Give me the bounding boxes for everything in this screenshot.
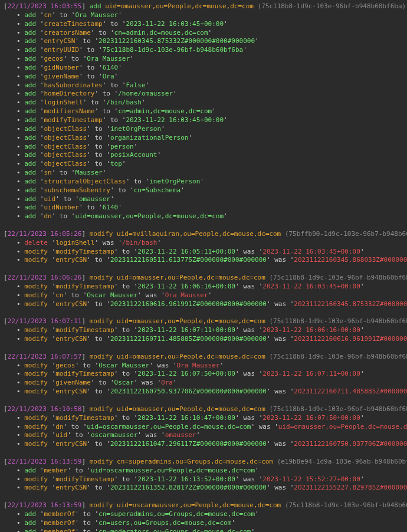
change-new: 20231122160750.937706Z#000000#000#000000: [110, 387, 267, 395]
entry-guid: (75c118b8-1d9c-103e-96bf-b948b60bf6ba): [269, 317, 407, 325]
operation: modify: [90, 317, 113, 325]
change-new: Mausser: [75, 169, 102, 176]
timestamp: 22/11/2023 16:07:11: [8, 317, 82, 325]
change-type: modify: [24, 291, 48, 299]
change-attr: member: [44, 467, 67, 474]
change-attr: entryUUID: [44, 46, 79, 54]
change-type: add: [24, 37, 36, 45]
change-type: add: [24, 134, 36, 142]
change-old: 20231122160345.875332Z#000000#000#000000: [294, 300, 407, 308]
change-type: add: [24, 20, 36, 28]
log-change-row: add 'entryCSN' to '20231122160345.875332…: [4, 37, 403, 46]
log-change-row: add 'dn' to 'uid=omausser,ou=People,dc=m…: [4, 212, 403, 221]
log-change-row: modify 'uid' to 'oscarmausser' was 'omau…: [4, 431, 403, 440]
log-change-row: add 'modifyTimestamp' to '2023-11-22 16:…: [4, 116, 403, 125]
change-new: cn=admin,dc=mouse,dc=com: [118, 107, 212, 115]
change-new: 75c118b8-1d9c-103e-96bf-b948b60bf6ba: [103, 46, 243, 54]
change-type: add: [24, 510, 36, 518]
change-attr: modifyTimestamp: [55, 475, 114, 483]
change-old: Ora: [161, 379, 173, 386]
change-new: 2023-11-22 16:03:45+00:00: [126, 20, 224, 28]
change-attr: uidNumber: [44, 203, 79, 211]
change-type: add: [24, 151, 36, 159]
log-change-row: add 'homeDirectory' to '/home/omausser': [4, 90, 403, 98]
change-new: 6140: [103, 64, 119, 71]
operation: add: [90, 2, 101, 10]
change-type: modify: [24, 440, 48, 448]
change-type: add: [24, 81, 36, 89]
change-attr: gecos: [44, 55, 63, 63]
change-attr: objectClass: [44, 143, 87, 150]
change-new: 2023-11-22 16:07:11+00:00: [137, 326, 235, 334]
change-attr: modifyTimestamp: [55, 283, 114, 290]
log-change-row: add 'objectClass' to 'posixAccount': [4, 151, 403, 160]
operation: modify: [90, 405, 113, 413]
change-new: 20231122160711.485885Z#000000#000#000000: [110, 335, 267, 343]
change-type: add: [24, 212, 36, 220]
log-change-row: add 'gidNumber' to '6140': [4, 64, 403, 73]
change-type: modify: [24, 387, 48, 395]
operation: modify: [90, 458, 113, 465]
log-change-row: modify 'entryCSN' to '20231122160511.613…: [4, 256, 403, 265]
change-old: 20231122160711.485885Z#000000#000#000000: [294, 387, 407, 395]
change-new: 20231122160345.875332Z#000000#000#000000: [99, 37, 255, 45]
change-type: add: [24, 11, 36, 19]
change-attr: dn: [44, 212, 51, 220]
log-change-row: modify 'cn' to 'Oscar Mausser' was 'Ora …: [4, 291, 403, 300]
change-type: modify: [24, 370, 48, 377]
timestamp: 22/11/2023 16:03:55: [8, 2, 82, 10]
change-new: inetOrgPerson: [110, 125, 161, 133]
log-change-row: add 'givenName' to 'Ora': [4, 73, 403, 81]
change-type: modify: [24, 283, 48, 290]
log-change-row: add 'createTimestamp' to '2023-11-22 16:…: [4, 20, 403, 29]
log-change-row: add 'sn' to 'Mausser': [4, 169, 403, 178]
log-change-row: add 'subschemaSubentry' to 'cn=Subschema…: [4, 186, 403, 195]
change-old: 20231122160345.868033Z#000000#000#000000: [294, 256, 407, 264]
change-attr: loginShell: [44, 98, 83, 106]
change-old: 20231122155227.829785Z#000000#000#000000: [294, 484, 407, 491]
log-change-row: add 'creatorsName' to 'cn=admin,dc=mouse…: [4, 29, 403, 38]
change-new: 20231122161352.828172Z#000000#000#000000: [110, 484, 267, 491]
change-old: Ora Mausser: [177, 362, 220, 369]
log-change-row: modify 'entryCSN' to '20231122160750.937…: [4, 387, 403, 396]
change-type: modify: [24, 484, 48, 491]
change-attr: subschemaSubentry: [44, 186, 110, 194]
change-new: omausser: [79, 195, 110, 203]
change-attr: structuralObjectClass: [44, 178, 126, 185]
change-attr: entryCSN: [55, 387, 87, 395]
log-change-row: modify 'entryCSN' to '20231122160711.485…: [4, 335, 403, 344]
change-type: add: [24, 186, 36, 194]
log-change-row: modify 'modifyTimestamp' to '2023-11-22 …: [4, 414, 403, 423]
change-attr: entryCSN: [44, 37, 75, 45]
change-attr: modifyTimestamp: [55, 326, 114, 334]
change-new: inetOrgPerson: [149, 178, 200, 185]
change-attr: modifiersName: [44, 107, 94, 115]
change-old: omausser: [165, 431, 196, 439]
log-change-row: modify 'modifyTimestamp' to '2023-11-22 …: [4, 475, 403, 484]
change-old: 2023-11-22 16:07:11+00:00: [262, 370, 360, 377]
change-new: uid=oscarmausser,ou=People,dc=mouse,dc=c…: [87, 423, 251, 431]
log-change-row: add 'entryUUID' to '75c118b8-1d9c-103e-9…: [4, 46, 403, 55]
change-new: top: [110, 160, 122, 168]
operation: modify: [90, 353, 113, 360]
change-type: add: [24, 55, 36, 63]
change-new: 2023-11-22 16:07:50+00:00: [137, 370, 235, 377]
log-change-row: add 'memberOf' to 'cn=moderators,ou=Grou…: [4, 528, 403, 532]
change-type: modify: [24, 362, 48, 369]
log-entry-header: [22/11/2023 16:10:58] modify uid=omausse…: [4, 405, 403, 414]
change-type: modify: [24, 379, 48, 386]
change-type: add: [24, 169, 36, 176]
change-type: modify: [24, 248, 48, 255]
change-new: Oscar Mausser: [87, 291, 137, 299]
change-new: cn=users,ou=Groups,dc=mouse,dc=com: [99, 519, 231, 527]
change-type: add: [24, 160, 36, 168]
change-type: add: [24, 98, 36, 106]
change-type: modify: [24, 256, 48, 264]
timestamp: 22/11/2023 16:06:26: [8, 274, 82, 281]
change-type: add: [24, 195, 36, 203]
log-entry-header: [22/11/2023 16:06:26] modify uid=omausse…: [4, 274, 403, 283]
change-attr: createTimestamp: [44, 20, 102, 28]
change-new: cn=moderators,ou=Groups,dc=mouse,dc=com: [99, 528, 251, 532]
change-new: oscarmausser: [91, 431, 137, 439]
change-type: add: [24, 90, 36, 97]
